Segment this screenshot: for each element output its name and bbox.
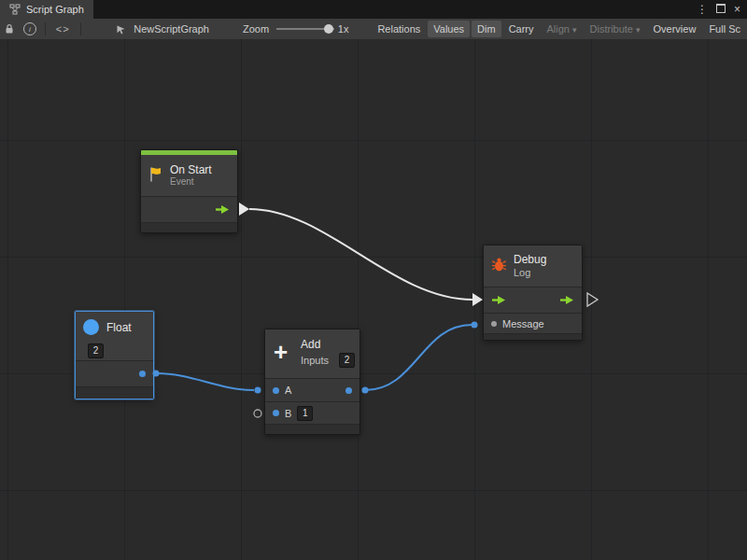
unity-script-graph-window: Script Graph ⋮ × i <> NewScriptGraph Zoo… xyxy=(0,0,747,560)
message-edge-port[interactable] xyxy=(472,322,478,329)
port-b-value-field[interactable]: 1 xyxy=(297,406,313,421)
zoom-slider[interactable] xyxy=(276,28,334,30)
node-footer xyxy=(484,333,582,340)
data-wire-float-to-add[interactable] xyxy=(157,373,254,390)
inputs-count-field[interactable]: 2 xyxy=(339,353,355,368)
graph-canvas[interactable]: On Start Event Debug Log xyxy=(0,39,747,560)
overview-button[interactable]: Overview xyxy=(648,21,702,37)
code-icon[interactable]: <> xyxy=(56,23,70,35)
port-a-label: A xyxy=(285,385,291,396)
on-start-header[interactable]: On Start Event xyxy=(141,155,237,196)
data-wire-add-to-message[interactable] xyxy=(365,325,472,390)
node-title: On Start xyxy=(170,163,212,176)
pointer-icon[interactable] xyxy=(116,24,126,35)
graph-toolbar: i <> NewScriptGraph Zoom 1x Relations Va… xyxy=(0,19,747,40)
flow-output-row xyxy=(141,196,237,222)
script-graph-icon xyxy=(9,4,21,15)
bug-icon xyxy=(491,257,507,276)
add-icon: + xyxy=(274,343,288,361)
log-flow-output-triangle[interactable] xyxy=(587,293,598,306)
node-add[interactable]: + Add Inputs 2 A B 1 xyxy=(264,329,360,435)
add-b-unconnected-port[interactable] xyxy=(254,410,261,417)
toolbar-separator xyxy=(80,22,81,35)
relations-button[interactable]: Relations xyxy=(372,21,426,37)
menu-icon[interactable]: ⋮ xyxy=(697,4,708,15)
node-subtitle: Log xyxy=(514,267,546,279)
debug-log-header[interactable]: Debug Log xyxy=(484,245,582,287)
info-glyph: i xyxy=(23,22,36,35)
node-subtitle: Event xyxy=(170,176,212,188)
tab-title: Script Graph xyxy=(26,4,84,15)
toolbar-button-group: Relations Values Dim Carry Align▾ Distri… xyxy=(371,21,747,37)
port-a-row: A xyxy=(265,378,359,401)
zoom-label: Zoom xyxy=(243,23,269,35)
node-debug-log[interactable]: Debug Log Message xyxy=(483,245,583,341)
add-a-edge-port[interactable] xyxy=(255,387,261,394)
node-footer xyxy=(76,386,153,399)
lock-icon[interactable] xyxy=(5,23,14,35)
node-title: Debug xyxy=(514,253,546,266)
flow-output-port[interactable] xyxy=(215,204,230,215)
maximize-glyph xyxy=(716,4,726,13)
maximize-icon[interactable] xyxy=(716,4,726,15)
values-button[interactable]: Values xyxy=(428,21,470,37)
align-label: Align xyxy=(547,23,570,35)
message-port-label: Message xyxy=(502,318,544,329)
float-output-port[interactable] xyxy=(139,371,146,377)
wires-layer xyxy=(0,39,747,560)
log-flow-input-triangle[interactable] xyxy=(472,293,483,306)
chevron-down-icon: ▾ xyxy=(636,25,641,35)
tab-script-graph[interactable]: Script Graph xyxy=(0,0,93,19)
result-output-port[interactable] xyxy=(345,387,352,394)
message-input-port[interactable] xyxy=(491,321,497,327)
zoom-slider-handle[interactable] xyxy=(324,24,333,34)
carry-button[interactable]: Carry xyxy=(503,21,540,37)
info-icon[interactable]: i xyxy=(23,22,36,35)
align-button[interactable]: Align▾ xyxy=(542,21,583,37)
toolbar-separator xyxy=(45,22,46,35)
float-value-field[interactable]: 2 xyxy=(88,343,104,358)
float-output-row xyxy=(76,360,153,386)
node-footer xyxy=(265,424,359,434)
fullscreen-button[interactable]: Full Sc xyxy=(703,21,746,37)
node-footer xyxy=(141,222,237,232)
port-b-row: B 1 xyxy=(265,401,359,424)
message-input-row: Message xyxy=(484,313,582,333)
float-header[interactable]: Float 2 xyxy=(76,312,153,360)
tab-bar: Script Graph ⋮ × xyxy=(0,0,747,19)
flow-wire-onstart-to-log[interactable] xyxy=(249,209,472,300)
onstart-output-triangle[interactable] xyxy=(239,203,249,216)
close-icon[interactable]: × xyxy=(734,4,740,15)
flow-ports-row xyxy=(484,287,582,313)
chevron-down-icon: ▾ xyxy=(572,25,577,35)
node-on-start-event[interactable]: On Start Event xyxy=(140,149,238,233)
flow-output-port[interactable] xyxy=(559,295,574,305)
node-float[interactable]: Float 2 xyxy=(75,311,154,399)
zoom-value: 1x xyxy=(338,23,349,35)
port-b-label: B xyxy=(285,408,291,419)
add-result-edge-port[interactable] xyxy=(362,387,369,394)
window-controls: ⋮ × xyxy=(697,0,747,19)
port-b-input[interactable] xyxy=(273,410,279,416)
port-a-input[interactable] xyxy=(273,387,279,394)
float-icon xyxy=(83,319,99,335)
node-title: Add xyxy=(301,338,320,351)
add-header[interactable]: + Add Inputs 2 xyxy=(265,329,359,378)
flag-icon xyxy=(148,166,163,186)
inputs-label: Inputs xyxy=(301,355,329,366)
node-title: Float xyxy=(106,321,132,334)
distribute-label: Distribute xyxy=(590,23,633,35)
dim-button[interactable]: Dim xyxy=(472,21,501,37)
distribute-button[interactable]: Distribute▾ xyxy=(585,21,646,37)
graph-name[interactable]: NewScriptGraph xyxy=(134,23,209,35)
flow-input-port[interactable] xyxy=(491,295,506,305)
